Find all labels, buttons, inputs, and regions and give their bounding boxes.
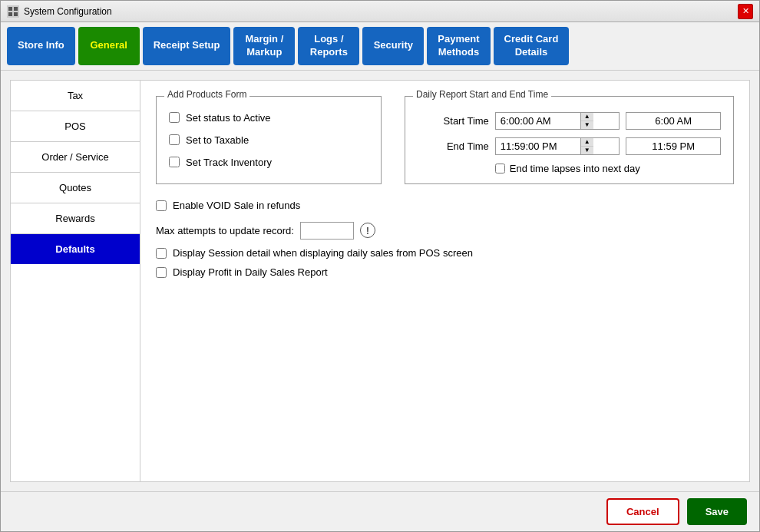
time-grid: Start Time ▲ ▼ 6:00 AM End Time: [418, 106, 721, 174]
start-time-input[interactable]: [496, 113, 580, 129]
title-bar-left: System Configuration: [7, 5, 112, 18]
end-time-lapse-checkbox[interactable]: [495, 164, 505, 173]
nav-security[interactable]: Security: [362, 27, 424, 65]
end-time-lapse-item[interactable]: End time lapses into next day: [495, 163, 721, 174]
main-window: System Configuration ✕ Store Info Genera…: [0, 0, 760, 532]
cancel-button[interactable]: Cancel: [606, 498, 679, 525]
enable-void-item[interactable]: Enable VOID Sale in refunds: [156, 200, 734, 211]
set-track-inventory-label: Set Track Inventory: [186, 157, 272, 168]
start-time-down[interactable]: ▼: [581, 121, 593, 129]
set-status-active-checkbox[interactable]: [169, 112, 180, 123]
info-icon[interactable]: !: [360, 223, 375, 238]
bottom-options: Enable VOID Sale in refunds Max attempts…: [156, 200, 734, 278]
max-attempts-label: Max attempts to update record:: [156, 225, 294, 236]
set-status-active-item[interactable]: Set status to Active: [169, 112, 368, 124]
nav-bar: Store Info General Receipt Setup Margin …: [1, 22, 759, 71]
max-attempts-input[interactable]: [300, 222, 354, 240]
sidebar-item-rewards[interactable]: Rewards: [11, 203, 140, 234]
add-products-title: Add Products Form: [164, 89, 249, 100]
svg-rect-3: [14, 12, 18, 16]
set-track-inventory-checkbox[interactable]: [169, 157, 180, 167]
nav-credit-card-details[interactable]: Credit CardDetails: [494, 27, 570, 65]
sidebar: Tax POS Order / Service Quotes Rewards D…: [10, 80, 140, 482]
set-to-taxable-item[interactable]: Set to Taxable: [169, 134, 368, 146]
start-time-spin-btns: ▲ ▼: [580, 113, 593, 129]
title-bar: System Configuration ✕: [1, 1, 759, 22]
end-time-spinner: ▲ ▼: [495, 137, 620, 155]
sidebar-item-tax[interactable]: Tax: [11, 81, 140, 111]
set-to-taxable-label: Set to Taxable: [186, 134, 249, 146]
display-profit-checkbox[interactable]: [156, 267, 167, 278]
app-icon: [7, 5, 19, 18]
end-time-down[interactable]: ▼: [581, 147, 593, 154]
end-time-up[interactable]: ▲: [581, 138, 593, 147]
display-profit-label: Display Profit in Daily Sales Report: [173, 266, 328, 278]
enable-void-checkbox[interactable]: [156, 200, 167, 211]
end-time-label: End Time: [418, 140, 489, 152]
end-time-display: 11:59 PM: [626, 137, 721, 155]
sidebar-item-quotes[interactable]: Quotes: [11, 173, 140, 203]
start-time-spinner: ▲ ▼: [495, 112, 620, 130]
set-to-taxable-checkbox[interactable]: [169, 134, 180, 145]
enable-void-label: Enable VOID Sale in refunds: [173, 200, 300, 211]
start-time-label: Start Time: [418, 115, 489, 127]
daily-report-title: Daily Report Start and End Time: [413, 89, 551, 100]
max-attempts-row: Max attempts to update record: !: [156, 222, 734, 240]
svg-rect-2: [8, 12, 12, 16]
display-session-item[interactable]: Display Session detail when displaying d…: [156, 247, 734, 259]
display-session-checkbox[interactable]: [156, 248, 167, 259]
add-products-panel: Add Products Form Set status to Active S…: [156, 96, 382, 184]
end-time-spin-btns: ▲ ▼: [580, 138, 593, 154]
daily-report-panel: Daily Report Start and End Time Start Ti…: [405, 96, 734, 184]
window-title: System Configuration: [24, 6, 112, 17]
nav-general[interactable]: General: [78, 27, 140, 65]
start-time-display: 6:00 AM: [626, 112, 721, 130]
nav-payment-methods[interactable]: PaymentMethods: [427, 27, 490, 65]
sidebar-item-pos[interactable]: POS: [11, 111, 140, 142]
svg-rect-1: [14, 7, 18, 11]
sidebar-item-defaults[interactable]: Defaults: [11, 234, 140, 264]
nav-receipt-setup[interactable]: Receipt Setup: [143, 27, 231, 65]
end-time-lapse-label: End time lapses into next day: [510, 163, 640, 174]
display-session-label: Display Session detail when displaying d…: [173, 247, 473, 259]
add-products-checkboxes: Set status to Active Set to Taxable Set …: [169, 106, 368, 168]
content-area: Add Products Form Set status to Active S…: [140, 80, 750, 482]
sidebar-item-order-service[interactable]: Order / Service: [11, 142, 140, 173]
bottom-bar: Cancel Save: [1, 491, 759, 531]
svg-rect-0: [8, 7, 12, 11]
nav-store-info[interactable]: Store Info: [7, 27, 75, 65]
end-time-input[interactable]: [496, 138, 580, 154]
close-button[interactable]: ✕: [738, 4, 753, 19]
save-button[interactable]: Save: [687, 498, 747, 525]
set-status-active-label: Set status to Active: [186, 112, 271, 124]
nav-margin-markup[interactable]: Margin /Markup: [233, 27, 295, 65]
top-panels: Add Products Form Set status to Active S…: [156, 96, 734, 184]
nav-logs-reports[interactable]: Logs /Reports: [298, 27, 359, 65]
set-track-inventory-item[interactable]: Set Track Inventory: [169, 157, 368, 168]
start-time-up[interactable]: ▲: [581, 113, 593, 121]
display-profit-item[interactable]: Display Profit in Daily Sales Report: [156, 266, 734, 278]
main-content: Tax POS Order / Service Quotes Rewards D…: [1, 71, 759, 491]
